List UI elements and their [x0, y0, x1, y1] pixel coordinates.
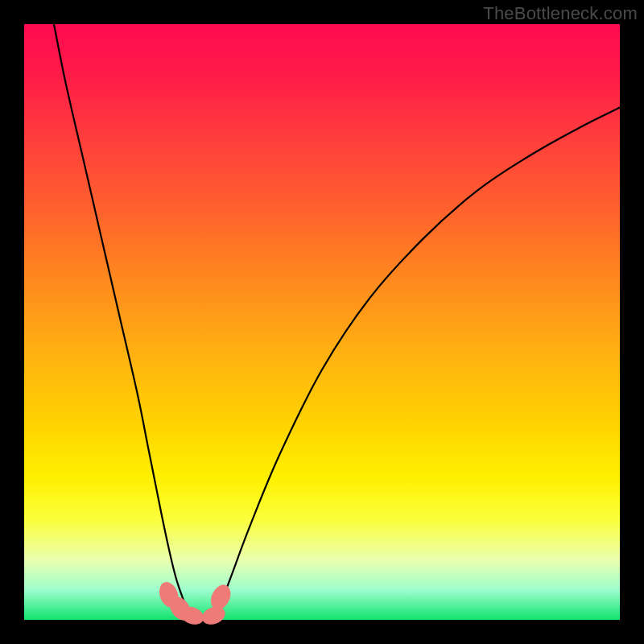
curve-markers	[156, 580, 234, 628]
watermark-text: TheBottleneck.com	[483, 3, 638, 24]
chart-frame: TheBottleneck.com	[0, 0, 644, 644]
curve-right-branch	[212, 108, 620, 620]
plot-area	[24, 24, 620, 620]
curve-left-branch	[54, 24, 194, 620]
curve-svg	[24, 24, 620, 620]
